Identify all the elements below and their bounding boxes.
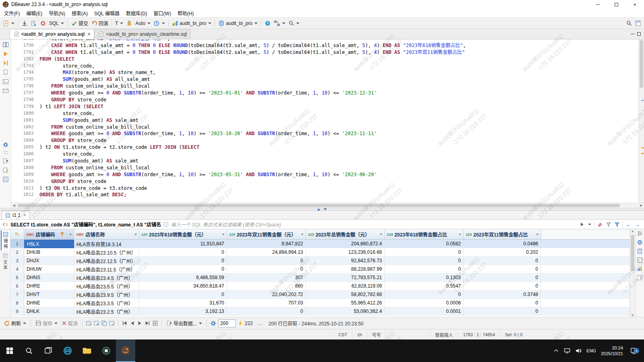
cell[interactable]: HLA唯品会23.4.5（广州）: [74, 274, 139, 282]
code-text[interactable]: store_code,: [39, 110, 95, 117]
column-header-3[interactable]: 1232023年双11销售金额（元）: [227, 229, 306, 240]
cell[interactable]: 0: [385, 248, 464, 257]
table-row[interactable]: 8DHNEHLA唯品会23.3.5（广州）31,670707.0355,965,…: [10, 299, 630, 307]
cell[interactable]: 0.0006: [385, 299, 464, 307]
cell[interactable]: DHNS: [24, 274, 74, 282]
app-taskbar-button[interactable]: [97, 339, 116, 362]
table-row[interactable]: 4DHUWHLA唯品会23.11.5（广州）0088,228,987.9900: [10, 265, 630, 274]
table-row[interactable]: 3DHJXHLA唯品会22.12.5（广州）0092,842,576.7300: [10, 257, 630, 265]
cell[interactable]: H5LX: [24, 240, 74, 248]
row-number[interactable]: 7: [10, 290, 24, 299]
table-row[interactable]: 1H5LXHLA京东自营18.3.1411,910,8479,947,82220…: [10, 240, 630, 248]
cell[interactable]: 0: [139, 290, 227, 299]
editor-tab-analysis[interactable]: <audit_bi_pro> analysis.sql ×: [10, 29, 94, 39]
code-text[interactable]: CASE WHEN t1.all_sale_amt = 0 THEN 0 ELS…: [39, 49, 465, 56]
code-text[interactable]: ) t1 LEFT JOIN (SELECT: [39, 103, 103, 110]
database-navigator-icon[interactable]: [2, 41, 9, 48]
cell[interactable]: 88,228,987.99: [306, 265, 385, 274]
first-row-icon[interactable]: [122, 320, 128, 326]
status-caret-position[interactable]: 1783 : 1 : 74854: [458, 331, 500, 338]
cell[interactable]: 860: [227, 282, 306, 290]
code-text[interactable]: GROUP BY store_code: [39, 97, 106, 103]
cell[interactable]: 0: [227, 257, 306, 265]
collapse-up-icon[interactable]: [317, 208, 320, 210]
column-dropdown-icon[interactable]: [301, 234, 303, 235]
cell[interactable]: 307: [227, 274, 306, 282]
cell[interactable]: 0: [385, 265, 464, 274]
task-view-button[interactable]: [39, 339, 58, 362]
code-text[interactable]: FROM custom_online_sale_bill_local: [39, 124, 150, 131]
export-icon[interactable]: [2, 158, 9, 164]
export-data-button[interactable]: 导出数据...: [165, 319, 203, 328]
code-viewport[interactable]: 1789 t1.all_sale_amt AS "2023年总销售金额（元）",…: [11, 39, 644, 203]
editor-vertical-scrollbar[interactable]: [638, 39, 644, 203]
save-grid-icon[interactable]: [2, 176, 9, 183]
editor-horizontal-scrollbar[interactable]: ◀ ▶: [11, 203, 644, 208]
history-back-icon[interactable]: ←: [626, 222, 632, 227]
cell[interactable]: 0.5547: [385, 282, 464, 290]
code-text[interactable]: ORDER BY t1.all_sale_amt DESC;: [39, 191, 127, 198]
commit-button[interactable]: 提交: [70, 19, 89, 28]
cell[interactable]: HLA唯品会22.12.5（广州）: [74, 257, 139, 265]
run-arrow-icon[interactable]: [2, 51, 9, 57]
code-text[interactable]: SUM(goods_amt) AS all_sale_amt: [39, 76, 150, 83]
results-tab-close-icon[interactable]: ×: [23, 212, 26, 218]
custom-filter-icon[interactable]: [614, 222, 620, 227]
run-script-arrow-icon[interactable]: [2, 60, 9, 66]
next-row-icon[interactable]: [137, 320, 143, 326]
dbeaver-taskbar-button[interactable]: [116, 339, 135, 362]
scroll-right-icon[interactable]: ▶: [638, 204, 644, 207]
quick-search-button[interactable]: [625, 19, 633, 28]
timezone-button[interactable]: [263, 19, 272, 28]
ie-taskbar-button[interactable]: [58, 339, 77, 362]
cell[interactable]: HLA唯品会23.3.5（广州）: [74, 299, 139, 307]
edit-page-icon[interactable]: [2, 167, 9, 173]
column-header-6[interactable]: 1232023年双11销售金额占比: [464, 229, 541, 240]
volume-icon[interactable]: [575, 348, 582, 354]
status-writable[interactable]: 可写: [367, 331, 386, 338]
chart-icon[interactable]: [637, 266, 643, 272]
bookmark-icon[interactable]: [2, 69, 9, 76]
row-number[interactable]: 2: [10, 248, 24, 257]
execute-statement-button[interactable]: [20, 19, 29, 28]
cell[interactable]: 0: [464, 265, 541, 274]
status-timezone[interactable]: CST: [333, 331, 352, 338]
lock-button[interactable]: [125, 19, 134, 28]
column-header-5[interactable]: 1232023年618销售金额占比: [385, 229, 464, 240]
grid-view-tab[interactable]: 栅格: [1, 230, 10, 250]
gear-icon[interactable]: [2, 142, 9, 148]
cell[interactable]: HLA唯品会23.5.5（广州）: [74, 282, 139, 290]
column-dropdown-icon[interactable]: [459, 234, 461, 235]
apply-filter-icon[interactable]: [580, 222, 584, 227]
code-text[interactable]: store_code,: [39, 63, 95, 70]
cell[interactable]: 0: [464, 299, 541, 307]
cancel-button[interactable]: 取消: [60, 319, 79, 328]
cell[interactable]: 0: [139, 257, 227, 265]
fetch-size-input[interactable]: [218, 319, 236, 327]
menu-item-2[interactable]: 导航(N): [45, 8, 68, 18]
history-forward-icon[interactable]: →: [634, 222, 640, 227]
cell[interactable]: HLA唯品会23.10.5（广州）: [74, 248, 139, 257]
cell[interactable]: 0.202: [464, 248, 541, 257]
editor-results-splitter[interactable]: [0, 208, 644, 211]
cell[interactable]: 24,894,994.13: [227, 248, 306, 257]
code-text[interactable]: FROM (SELECT: [39, 56, 74, 63]
console-icon[interactable]: [2, 78, 9, 85]
abort-query-button[interactable]: [39, 19, 47, 28]
column-dropdown-icon[interactable]: [536, 234, 539, 235]
connection-dropdown[interactable]: audit_bi_pro: [171, 19, 213, 28]
code-text[interactable]: WHERE goods_amt >= 0 AND SUBSTR(order_ti…: [39, 90, 377, 97]
transaction-mode-button[interactable]: T: [114, 19, 124, 28]
edit-cell-icon[interactable]: [86, 320, 92, 326]
grid-vertical-scrollbar[interactable]: ▲ ▼: [630, 229, 635, 317]
scrollbar-thumb[interactable]: [18, 204, 620, 207]
cell[interactable]: DHJX: [24, 257, 74, 265]
table-row[interactable]: 6DHREHLA唯品会23.5.5（广州）34,850,618.4786062,…: [10, 282, 630, 290]
fetch-all-icon[interactable]: [152, 320, 158, 326]
status-insert-mode[interactable]: 智能插入: [430, 331, 458, 338]
cell[interactable]: 0: [464, 282, 541, 290]
menu-item-4[interactable]: SQL 编辑器: [91, 8, 123, 18]
cell[interactable]: 9,947,822: [227, 240, 306, 248]
cell[interactable]: 0: [464, 257, 541, 265]
cell[interactable]: 204,660,872.4: [306, 240, 385, 248]
